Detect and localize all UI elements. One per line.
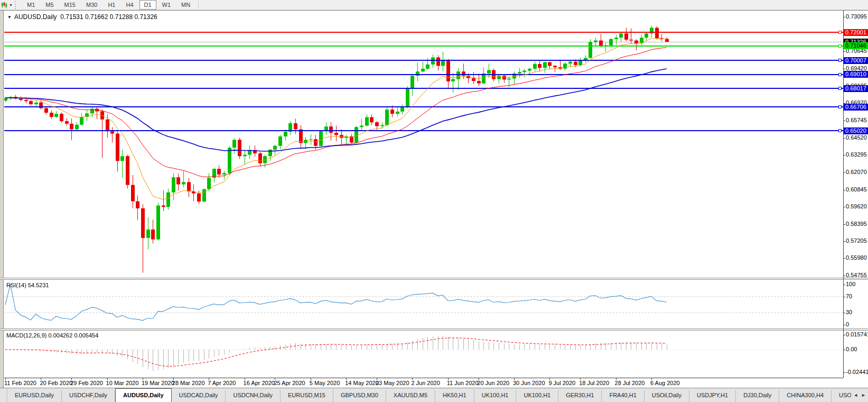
ohlc-values: 0.71531 0.71662 0.71288 0.71326 (57, 13, 157, 21)
price-tick: 0.73095 (846, 13, 867, 20)
date-label: 18 Jul 2020 (579, 380, 609, 386)
tab-item[interactable]: HK50,H1 (435, 390, 474, 402)
axis-line (843, 11, 844, 378)
rsi-tick: 70 (846, 293, 852, 299)
price-tick: 0.62070 (846, 169, 867, 175)
date-label: 30 Jun 2020 (513, 380, 545, 386)
tab-scroll-right-button[interactable]: ► (861, 392, 866, 398)
macd-label: MACD(12,26,9) 0.004262 0.005454 (6, 332, 98, 339)
price-badge: 0.69010 (844, 71, 868, 78)
price-badge: 0.70007 (844, 57, 868, 64)
tab-bar-grip (0, 388, 7, 402)
timeframe-button-m15[interactable]: M15 (60, 0, 80, 10)
tab-item[interactable]: USDCAD,Daily (172, 390, 226, 402)
macd-tick: 0.015741 (846, 331, 868, 337)
tab-scroll-left-button[interactable]: ◄ (853, 392, 858, 398)
candlestick-chart-icon (1, 2, 7, 8)
date-label: 28 Mar 2020 (172, 380, 205, 386)
chart-tabs: EURUSD,DailyUSDCHF,DailyAUDUSD,DailyUSDC… (7, 388, 851, 402)
tab-item[interactable]: UK100,H1 (474, 390, 517, 402)
price-tick: 0.55980 (846, 254, 867, 261)
date-label: 11 Jun 2020 (447, 380, 479, 386)
rsi-tick: 30 (846, 309, 852, 315)
price-badge: 0.66706 (844, 104, 868, 111)
price-tick: 0.58395 (846, 221, 867, 227)
collapse-icon[interactable]: ▼ (7, 15, 12, 20)
main-chart-canvas[interactable] (4, 11, 843, 278)
macd-axis[interactable]: 0.0157410.00-0.024412 (844, 331, 868, 378)
date-label: 11 Feb 2020 (4, 380, 36, 386)
timeframe-button-d1[interactable]: D1 (139, 0, 156, 10)
price-tick: 0.64520 (846, 134, 867, 141)
tab-item[interactable]: EURUSD,Daily (7, 390, 62, 402)
date-label: 7 Apr 2020 (208, 380, 236, 386)
tab-item[interactable]: USDJPY,H1 (689, 390, 736, 402)
charts-icon[interactable]: ▼ (1, 1, 13, 10)
timeframe-buttons: M1M5M15M30H1H4D1W1MN (22, 0, 195, 10)
tab-item[interactable]: DJ30,Daily (736, 390, 779, 402)
price-tick: 0.60845 (846, 186, 867, 193)
mt4-application: ▼ M1M5M15M30H1H4D1W1MN ▼AUDUSD,Daily 0.7… (0, 0, 868, 402)
macd-canvas[interactable] (4, 331, 843, 378)
tab-scroll-arrows: ◄ ► (851, 388, 868, 402)
date-label: 20 Feb 2020 (40, 380, 72, 386)
tab-item[interactable]: GER30,H1 (558, 390, 602, 402)
toolbar-separator (198, 1, 199, 8)
timeframe-button-h4[interactable]: H4 (121, 0, 138, 10)
tab-item[interactable]: USDCNH,Daily (226, 390, 281, 402)
tab-item[interactable]: FRA40,H1 (602, 390, 644, 402)
price-badge: 0.68017 (844, 85, 868, 92)
date-label: 9 Jul 2020 (548, 380, 575, 386)
timeframe-button-m5[interactable]: M5 (41, 0, 58, 10)
tab-item[interactable]: USDCHF,Daily (62, 390, 115, 402)
date-label: 5 May 2020 (310, 380, 340, 386)
price-axis[interactable]: 0.730950.718700.706450.694200.681950.669… (844, 11, 868, 278)
rsi-tick: 100 (846, 281, 855, 287)
date-label: 16 Apr 2020 (244, 380, 275, 386)
date-label: 28 Jul 2020 (615, 380, 645, 386)
toolbar-grip[interactable] (15, 1, 18, 9)
tab-item[interactable]: USOil,Daily (645, 390, 689, 402)
price-tick: 0.57205 (846, 237, 867, 244)
date-label: 14 May 2020 (345, 380, 379, 386)
date-label: 2 Jun 2020 (411, 380, 440, 386)
timeframe-button-mn[interactable]: MN (176, 0, 195, 10)
date-axis[interactable]: 11 Feb 202020 Feb 202029 Feb 202010 Mar … (4, 378, 843, 388)
chevron-down-icon[interactable]: ▼ (9, 3, 13, 7)
window-left-gutter (0, 11, 4, 388)
macd-pane[interactable] (4, 331, 843, 378)
timeframe-button-h1[interactable]: H1 (103, 0, 120, 10)
tab-item[interactable]: CHINA300,H4 (779, 390, 832, 402)
chart-tab-bar: EURUSD,DailyUSDCHF,DailyAUDUSD,DailyUSDC… (0, 388, 868, 402)
tab-item[interactable]: XAUUSD,M5 (386, 390, 435, 402)
date-label: 23 May 2020 (376, 380, 409, 386)
macd-tick: 0.00 (846, 346, 857, 352)
date-label: 20 Jun 2020 (478, 380, 510, 386)
tab-item[interactable]: EURUSD,M15 (281, 390, 333, 402)
tab-item[interactable]: USOil,H (832, 390, 851, 402)
price-tick: 0.63295 (846, 151, 867, 158)
date-label: 19 Mar 2020 (142, 380, 174, 386)
date-label: 29 Feb 2020 (70, 380, 103, 386)
date-label: 6 Aug 2020 (650, 380, 680, 386)
rsi-tick: 0 (846, 321, 849, 327)
main-chart-pane[interactable] (4, 11, 843, 278)
rsi-canvas[interactable] (4, 280, 843, 328)
rsi-pane[interactable] (4, 280, 843, 328)
date-label: 25 Apr 2020 (274, 380, 305, 386)
timeframe-button-w1[interactable]: W1 (157, 0, 176, 10)
tab-item[interactable]: GBPUSD,M30 (333, 390, 386, 402)
timeframe-button-m30[interactable]: M30 (81, 0, 102, 10)
price-tick: 0.65745 (846, 117, 867, 123)
price-tick: 0.59620 (846, 203, 867, 209)
timeframe-toolbar: ▼ M1M5M15M30H1H4D1W1MN (0, 0, 868, 10)
timeframe-button-m1[interactable]: M1 (22, 0, 40, 10)
tab-item[interactable]: UK100,H1 (516, 390, 558, 402)
rsi-axis[interactable]: 10070300 (844, 280, 868, 328)
price-badge: 0.72001 (844, 29, 868, 36)
tab-item-active[interactable]: AUDUSD,Daily (115, 388, 171, 402)
rsi-label: RSI(14) 54.5231 (6, 282, 49, 288)
macd-tick: -0.024412 (846, 369, 868, 375)
price-badge: 0.65020 (844, 127, 868, 134)
price-tick: 0.69420 (846, 65, 867, 71)
